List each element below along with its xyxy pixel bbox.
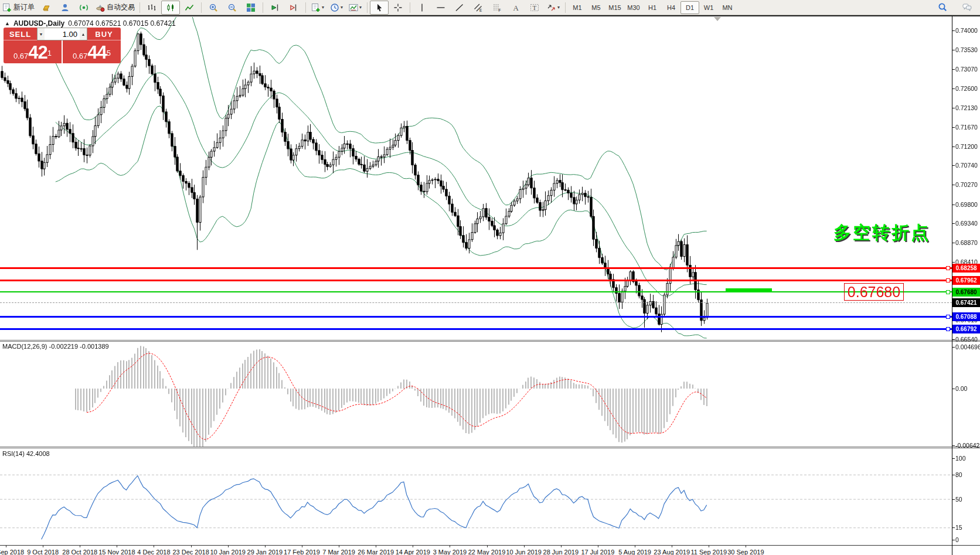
horizontal-line[interactable] [0, 291, 952, 292]
macd-axis-label: 0.004696 [955, 343, 980, 350]
buy-price[interactable]: 0.67445 [63, 40, 121, 63]
chart-shift-button[interactable] [284, 1, 303, 15]
timeframe-w1-button[interactable]: W1 [699, 1, 718, 14]
time-axis-label: 28 Oct 2018 [62, 549, 97, 555]
pane-separator[interactable] [0, 340, 980, 342]
timeframe-h1-button[interactable]: H1 [643, 1, 662, 14]
vertical-line-button[interactable] [413, 1, 431, 15]
bar-chart-button[interactable] [142, 1, 161, 15]
time-axis-tick [487, 545, 488, 547]
highlighted-level-segment[interactable] [726, 288, 772, 292]
line-anchor-handle[interactable] [946, 327, 950, 331]
time-axis-label: 30 Sep 2019 [727, 549, 764, 555]
crosshair-button[interactable] [389, 1, 407, 15]
time-axis-label: 22 May 2019 [468, 549, 506, 555]
sell-price[interactable]: 0.67421 [4, 40, 62, 63]
horizontal-line[interactable] [0, 316, 952, 318]
price-axis-label: 0.73070 [955, 66, 978, 73]
horizontal-line-icon [436, 3, 445, 12]
trendline-button[interactable] [450, 1, 469, 15]
auto-scroll-button[interactable] [266, 1, 284, 15]
timeframe-m1-button[interactable]: M1 [568, 1, 587, 14]
channel-button[interactable]: E [469, 1, 488, 15]
price-axis-label: 0.72600 [955, 85, 978, 92]
new-order-button[interactable]: 新订单 [0, 1, 37, 15]
periods-button[interactable]: ▾ [327, 1, 346, 15]
volume-input[interactable] [45, 28, 80, 40]
line-anchor-handle[interactable] [946, 290, 950, 294]
horizontal-line[interactable] [0, 280, 952, 281]
community-button[interactable] [56, 1, 74, 15]
toolbar-separator [139, 2, 140, 13]
time-axis-tick [339, 545, 339, 547]
timeframe-m5-button[interactable]: M5 [587, 1, 605, 14]
rsi-axis-tick [952, 458, 955, 459]
tile-windows-button[interactable] [241, 1, 260, 15]
history-center-button[interactable] [37, 1, 56, 15]
rsi-axis-tick [952, 527, 955, 528]
turning-point-annotation[interactable]: 多空转折点 [833, 221, 930, 245]
svg-text:F: F [499, 8, 501, 12]
cursor-button[interactable] [370, 1, 389, 15]
volume-increase-button[interactable]: ▲ [80, 28, 87, 40]
time-axis-tick [561, 545, 562, 547]
time-axis-label: 29 Jan 2019 [247, 549, 283, 555]
chat-button[interactable] [958, 0, 976, 14]
macd-axis-tick [952, 347, 955, 348]
time-axis-label: 23 Aug 2019 [654, 549, 690, 555]
time-axis-label: 10 Jan 2019 [210, 549, 246, 555]
indicators-button[interactable]: ▾ [308, 1, 327, 15]
autotrading-button[interactable]: 自动交易 [93, 1, 137, 15]
bar-chart-icon [147, 3, 156, 12]
time-axis-tick [228, 545, 229, 547]
fibonacci-button[interactable]: F [488, 1, 506, 15]
chat-icon [962, 2, 972, 12]
rsi-canvas[interactable] [0, 448, 952, 545]
pane-separator[interactable] [0, 447, 980, 448]
timeframe-m15-button[interactable]: M15 [605, 1, 624, 14]
time-axis-label: 4 Dec 2018 [137, 549, 170, 555]
text-label-button[interactable]: T [525, 1, 544, 15]
scroll-position-marker[interactable] [714, 17, 721, 21]
text-button[interactable]: A [506, 1, 525, 15]
zoom-out-button[interactable] [223, 1, 241, 15]
timeframe-d1-button[interactable]: D1 [680, 1, 699, 14]
line-chart-button[interactable] [180, 1, 199, 15]
fibonacci-icon: F [492, 3, 502, 12]
price-axis-tick [952, 69, 955, 70]
chevron-down-icon: ▾ [322, 5, 324, 10]
timeframe-m30-button[interactable]: M30 [624, 1, 643, 14]
zoom-in-button[interactable] [204, 1, 223, 15]
timeframe-mn-button[interactable]: MN [718, 1, 737, 14]
time-axis-label: 7 Mar 2019 [322, 549, 355, 555]
price-axis-tick [952, 185, 955, 185]
collapse-arrow-icon[interactable]: ▲ [5, 21, 10, 26]
chart-title: ▲ AUDUSD-,Daily 0.67074 0.67521 0.67015 … [5, 19, 176, 28]
line-anchor-handle[interactable] [946, 266, 950, 270]
signals-button[interactable] [74, 1, 93, 15]
candlestick-button[interactable] [161, 1, 180, 15]
level-price-label[interactable]: 0.67680 [844, 283, 904, 301]
templates-button[interactable]: ▾ [346, 1, 365, 15]
horizontal-line-button[interactable] [431, 1, 450, 15]
buy-button[interactable]: BUY [87, 28, 121, 40]
line-anchor-handle[interactable] [946, 315, 950, 319]
timeframe-h4-button[interactable]: H4 [662, 1, 680, 14]
arrows-button[interactable]: ▾ [544, 1, 563, 15]
price-axis-tick [952, 243, 955, 243]
time-axis-label: 15 Nov 2018 [98, 549, 135, 555]
horizontal-line[interactable] [0, 267, 952, 269]
sell-button[interactable]: SELL [4, 28, 37, 40]
text-a-icon: A [511, 3, 520, 12]
volume-decrease-button[interactable]: ▼ [38, 28, 45, 40]
line-anchor-handle[interactable] [946, 278, 950, 282]
search-button[interactable] [933, 0, 952, 14]
rsi-axis-label: 0 [955, 536, 959, 543]
price-tag: 0.66792 [952, 325, 980, 333]
horizontal-line[interactable] [0, 328, 952, 330]
price-axis-label: 0.71200 [955, 143, 978, 150]
rsi-axis-tick [952, 540, 955, 540]
macd-label: MACD(12,26,9) -0.002219 -0.001389 [2, 343, 109, 350]
macd-canvas[interactable] [0, 342, 952, 447]
horizontal-line[interactable] [0, 302, 952, 303]
